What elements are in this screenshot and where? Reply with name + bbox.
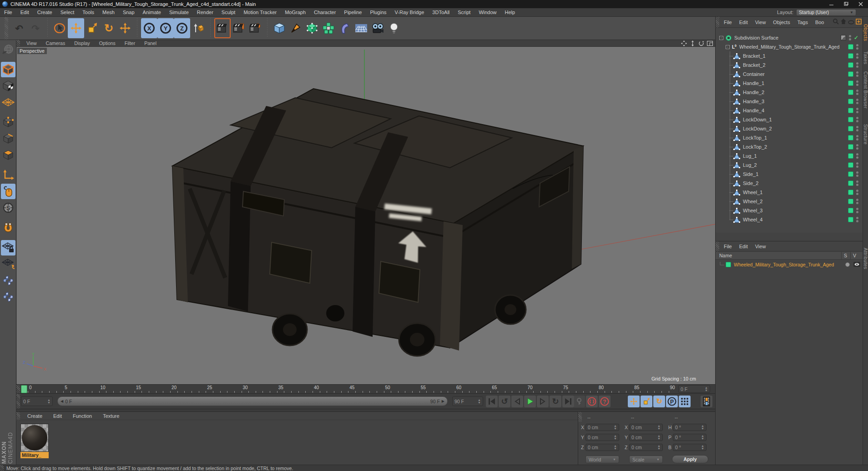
material-row-label[interactable]: Wheeled_Military_Tough_Storage_Trunk_Age… bbox=[734, 262, 834, 267]
stepper-icon[interactable]: ▲▼ bbox=[657, 425, 661, 430]
object-label[interactable]: Wheel_1 bbox=[743, 190, 762, 195]
visibility-dots[interactable] bbox=[856, 53, 858, 59]
object-row-handle_3[interactable]: Handle_3 bbox=[716, 97, 863, 106]
stepper-icon[interactable]: ▲▼ bbox=[614, 445, 617, 450]
record-pla-toggle[interactable] bbox=[679, 396, 691, 407]
end-frame-field[interactable]: 90 F ▲▼ bbox=[452, 396, 483, 406]
menu-help[interactable]: Help bbox=[501, 8, 520, 17]
record-rotation-toggle[interactable]: ↻ bbox=[653, 396, 665, 407]
collapse-icon[interactable]: − bbox=[726, 45, 730, 49]
polygons-mode-button[interactable] bbox=[1, 147, 15, 163]
viewport-menu-panel[interactable]: Panel bbox=[140, 40, 161, 46]
transport-grip[interactable] bbox=[16, 394, 20, 409]
array-object-button[interactable] bbox=[320, 18, 337, 38]
spline-pen-button[interactable] bbox=[288, 18, 304, 38]
workplane-mode-button[interactable] bbox=[1, 95, 15, 110]
eye-icon[interactable] bbox=[848, 18, 854, 26]
material-tag-icon[interactable] bbox=[848, 217, 853, 222]
coords-value-field[interactable]: 0 cm▲▼ bbox=[629, 424, 663, 431]
object-row-wheel_3[interactable]: Wheel_3 bbox=[716, 206, 863, 215]
material-thumbnail[interactable] bbox=[20, 424, 49, 452]
menu-mesh[interactable]: Mesh bbox=[98, 8, 119, 17]
stepper-icon[interactable]: ▲▼ bbox=[657, 445, 661, 450]
material-list-menu-file[interactable]: File bbox=[720, 244, 736, 249]
material-list-menu-view[interactable]: View bbox=[752, 244, 770, 249]
material-tag-icon[interactable] bbox=[848, 190, 853, 195]
menu-character[interactable]: Character bbox=[310, 8, 340, 17]
menu-create[interactable]: Create bbox=[33, 8, 56, 17]
visibility-eye-icon[interactable] bbox=[853, 262, 860, 267]
viewport-menu-options[interactable]: Options bbox=[95, 40, 120, 46]
visibility-dots[interactable] bbox=[856, 217, 858, 222]
record-parameter-toggle[interactable]: P bbox=[666, 396, 678, 407]
viewport-maximize-icon[interactable] bbox=[706, 40, 713, 46]
object-label[interactable]: LockTop_2 bbox=[743, 144, 767, 150]
object-row-lug_1[interactable]: Lug_1 bbox=[716, 151, 863, 160]
object-label[interactable]: LockDown_2 bbox=[743, 126, 772, 131]
filmstrip-button[interactable] bbox=[701, 396, 712, 407]
solo-toggle-icon[interactable] bbox=[845, 262, 850, 267]
coords-grip[interactable] bbox=[578, 412, 582, 422]
points-mode-button[interactable] bbox=[1, 115, 15, 130]
visibility-dots[interactable] bbox=[856, 62, 858, 68]
material-tag-icon[interactable] bbox=[848, 108, 853, 113]
stepper-icon[interactable]: ▲▼ bbox=[47, 399, 50, 404]
dock-tab-attributes[interactable]: Attributes bbox=[863, 248, 868, 269]
viewport-rotate-icon[interactable] bbox=[697, 40, 705, 46]
viewport-menu-grip[interactable] bbox=[16, 40, 20, 46]
visibility-dots[interactable] bbox=[856, 162, 858, 168]
scale-tool[interactable] bbox=[84, 18, 101, 38]
record-position-toggle[interactable] bbox=[628, 396, 640, 407]
toolbar-grip[interactable] bbox=[5, 17, 8, 40]
menu-motion-tracker[interactable]: Motion Tracker bbox=[239, 8, 281, 17]
object-row-lug_2[interactable]: Lug_2 bbox=[716, 160, 863, 170]
material-tag-icon[interactable] bbox=[848, 80, 853, 86]
dock-tab-objects[interactable]: Objects bbox=[863, 24, 868, 41]
undo-button[interactable]: ↶ bbox=[11, 18, 27, 38]
object-label[interactable]: Side_2 bbox=[743, 180, 758, 186]
render-picture-viewer-button[interactable] bbox=[231, 18, 247, 38]
play-button[interactable] bbox=[524, 396, 536, 407]
object-manager-menu-edit[interactable]: Edit bbox=[736, 20, 752, 25]
coordinate-system-toggle[interactable] bbox=[190, 18, 207, 38]
stepper-icon[interactable]: ▲▼ bbox=[614, 425, 617, 430]
material-menu-edit[interactable]: Edit bbox=[48, 413, 67, 419]
visibility-dots[interactable] bbox=[856, 180, 858, 186]
object-row-lockdown_1[interactable]: LockDown_1 bbox=[716, 115, 863, 124]
texture-mode-button[interactable] bbox=[1, 78, 15, 94]
material-menu-function[interactable]: Function bbox=[67, 413, 97, 419]
stepper-icon[interactable]: ▲▼ bbox=[657, 435, 661, 440]
dock-tab-takes[interactable]: Takes bbox=[863, 51, 868, 65]
object-row-wheel_1[interactable]: Wheel_1 bbox=[716, 188, 863, 197]
object-label[interactable]: Container bbox=[743, 71, 765, 77]
stepper-icon[interactable]: ▲▼ bbox=[478, 399, 481, 404]
coords-value-field[interactable]: 0 °▲▼ bbox=[673, 424, 707, 431]
material-tag-icon[interactable] bbox=[848, 199, 853, 204]
next-key-button[interactable]: ↻ bbox=[550, 396, 561, 407]
material-tag-icon[interactable] bbox=[848, 208, 853, 213]
visibility-dots[interactable] bbox=[856, 153, 858, 159]
object-label[interactable]: Lug_1 bbox=[743, 153, 757, 159]
python-script-button[interactable] bbox=[1, 273, 15, 288]
record-scale-toggle[interactable] bbox=[641, 396, 652, 407]
material-tag-icon[interactable] bbox=[848, 62, 853, 68]
object-manager-menu-objects[interactable]: Objects bbox=[769, 20, 793, 25]
object-label[interactable]: Wheel_3 bbox=[743, 208, 762, 213]
timeline-playhead[interactable] bbox=[21, 385, 27, 393]
object-label[interactable]: Wheel_4 bbox=[743, 217, 762, 222]
object-label[interactable]: Wheel_2 bbox=[743, 199, 762, 204]
viewport-canvas[interactable]: Perspective bbox=[16, 47, 715, 384]
menu-edit[interactable]: Edit bbox=[16, 8, 33, 17]
object-row-side_2[interactable]: Side_2 bbox=[716, 179, 863, 188]
menu-pipeline[interactable]: Pipeline bbox=[340, 8, 366, 17]
bend-deformer-button[interactable] bbox=[337, 18, 353, 38]
material-tag-icon[interactable] bbox=[848, 44, 853, 50]
object-row-bracket_2[interactable]: Bracket_2 bbox=[716, 60, 863, 70]
ruler-grip[interactable] bbox=[16, 385, 20, 393]
visibility-dots[interactable] bbox=[856, 80, 858, 86]
goto-start-button[interactable] bbox=[486, 396, 498, 407]
object-label[interactable]: Handle_3 bbox=[743, 99, 764, 104]
lock-y-axis[interactable]: Y bbox=[157, 18, 174, 38]
planar-workplane-button[interactable]: ↻ bbox=[1, 256, 15, 272]
visibility-dots[interactable] bbox=[856, 135, 858, 140]
